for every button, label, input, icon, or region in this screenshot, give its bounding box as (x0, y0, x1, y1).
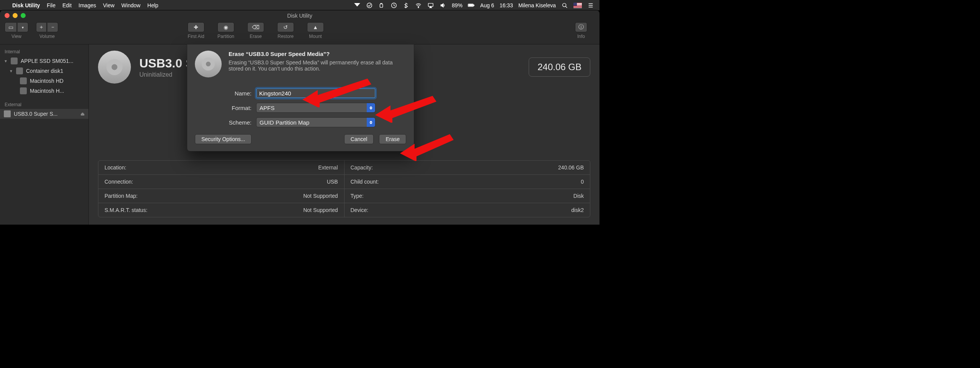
container-icon (16, 67, 23, 74)
notification-icon[interactable] (354, 2, 361, 9)
svg-point-3 (418, 7, 419, 8)
disk-title: USB3.0 S (139, 56, 194, 71)
disclosure-triangle-icon[interactable]: ▼ (4, 59, 8, 63)
notification-center-icon[interactable] (587, 2, 594, 9)
restore-button[interactable]: ↺ (277, 22, 294, 32)
svg-rect-7 (469, 4, 473, 6)
window-title: Disk Utility (0, 13, 599, 19)
window-close-button[interactable] (5, 13, 10, 18)
airplay-icon[interactable] (427, 2, 434, 9)
first-aid-label: First Aid (188, 34, 204, 39)
view-options-button[interactable]: ▾ (18, 22, 28, 32)
security-options-button[interactable]: Security Options... (195, 134, 252, 144)
battery-icon[interactable] (468, 2, 475, 9)
sidebar: Internal ▼ APPLE SSD SM051... ▼ Containe… (0, 44, 89, 225)
erase-confirm-button[interactable]: Erase (379, 134, 406, 144)
menu-images[interactable]: Images (78, 2, 96, 8)
info-value: 240.06 GB (558, 164, 584, 171)
app-name[interactable]: Disk Utility (12, 2, 40, 8)
menubar-user[interactable]: Milena Kiseleva (518, 2, 556, 8)
volume-icon[interactable] (439, 2, 446, 9)
add-volume-button[interactable]: ＋ (36, 22, 47, 32)
disk-large-icon (98, 51, 131, 84)
capacity-pill: 240.06 GB (529, 58, 590, 77)
sidebar-item-label: Macintosh HD (30, 78, 64, 84)
info-value: USB (327, 179, 338, 185)
sidebar-item-label: APPLE SSD SM051... (21, 58, 74, 64)
disclosure-triangle-icon[interactable]: ▼ (9, 69, 13, 73)
battery-percent[interactable]: 89% (452, 2, 462, 8)
svg-rect-6 (474, 5, 474, 6)
scheme-select[interactable]: GUID Partition Map (256, 117, 376, 127)
sidebar-item-macintosh-hd[interactable]: Macintosh HD (0, 76, 88, 86)
info-button[interactable]: ⓘ (575, 22, 587, 32)
window-titlebar: Disk Utility (0, 10, 599, 21)
info-label: Info (577, 34, 585, 39)
cancel-button[interactable]: Cancel (344, 134, 374, 144)
internal-disk-icon (11, 58, 18, 64)
eject-icon[interactable]: ⏏ (80, 111, 85, 117)
sidebar-item-label: Macintosh H... (30, 88, 64, 94)
erase-disk-icon (195, 51, 222, 77)
macos-menubar: Disk Utility File Edit Images View Windo… (0, 0, 599, 10)
menubar-status-area: 89% Aug 6 16:33 Milena Kiseleva (354, 2, 599, 9)
power-icon[interactable] (378, 2, 385, 9)
partition-label: Partition (217, 34, 234, 39)
window-zoom-button[interactable] (21, 13, 26, 18)
input-source-flag-icon[interactable] (573, 3, 582, 8)
avast-icon[interactable] (366, 2, 373, 9)
sidebar-toggle-button[interactable]: ▭ (5, 22, 17, 32)
toolbar-view-label: View (11, 34, 21, 39)
name-field[interactable] (256, 88, 376, 98)
menubar-time[interactable]: 16:33 (500, 2, 513, 8)
erase-sheet-description: Erasing “USB3.0 Super Speed Media” will … (229, 59, 401, 72)
toolbar-view-group: ▭ ▾ View (5, 22, 28, 39)
toolbar-center: ✚First Aid ◉Partition ⌫Erase ↺Restore ▲M… (188, 22, 332, 39)
window-traffic-lights (5, 13, 26, 18)
chevron-updown-icon (367, 103, 375, 112)
erase-sheet: Erase “USB3.0 Super Speed Media”? Erasin… (187, 44, 414, 151)
restore-label: Restore (278, 34, 294, 39)
erase-button[interactable]: ⌫ (247, 22, 264, 32)
bluetooth-icon[interactable] (403, 2, 410, 9)
info-key: Capacity: (351, 164, 373, 171)
disk-info-left: Location:External Connection:USB Partiti… (98, 161, 345, 217)
menu-help[interactable]: Help (147, 2, 158, 8)
info-key: Location: (105, 164, 126, 171)
partition-button[interactable]: ◉ (217, 22, 234, 32)
menu-file[interactable]: File (47, 2, 56, 8)
format-field-label: Format: (195, 105, 256, 111)
spotlight-icon[interactable] (561, 2, 568, 9)
timemachine-icon[interactable] (390, 2, 397, 9)
first-aid-button[interactable]: ✚ (188, 22, 204, 32)
volume-icon (20, 87, 27, 94)
svg-point-8 (563, 3, 566, 7)
info-value: disk2 (571, 207, 584, 213)
sidebar-item-macintosh-hd-data[interactable]: Macintosh H... (0, 86, 88, 96)
sidebar-item-apple-ssd[interactable]: ▼ APPLE SSD SM051... (0, 56, 88, 66)
erase-form: Name: Format: APFS Scheme: GUID Partitio… (195, 88, 406, 127)
format-select[interactable]: APFS (256, 103, 376, 113)
toolbar-info-group: ⓘ Info (575, 22, 587, 39)
remove-volume-button[interactable]: － (47, 22, 58, 32)
sidebar-item-usb3-super-speed[interactable]: USB3.0 Super S... ⏏ (0, 109, 88, 119)
info-value: External (318, 164, 338, 171)
menu-view[interactable]: View (103, 2, 114, 8)
mount-label: Mount (309, 34, 322, 39)
svg-rect-1 (380, 4, 383, 7)
svg-point-0 (367, 3, 372, 8)
mount-button[interactable]: ▲ (307, 22, 324, 32)
toolbar: ▭ ▾ View ＋ － Volume ✚First Aid ◉Partitio… (0, 21, 599, 44)
info-key: Partition Map: (105, 193, 137, 199)
window-minimize-button[interactable] (13, 13, 18, 18)
info-key: Type: (351, 193, 364, 199)
menu-edit[interactable]: Edit (62, 2, 72, 8)
sidebar-item-container-disk1[interactable]: ▼ Container disk1 (0, 66, 88, 76)
wifi-icon[interactable] (415, 2, 422, 9)
external-disk-icon (4, 110, 11, 117)
info-value: Disk (573, 193, 584, 199)
info-value: Not Supported (303, 193, 338, 199)
menubar-date[interactable]: Aug 6 (480, 2, 494, 8)
menu-window[interactable]: Window (121, 2, 140, 8)
erase-label: Erase (250, 34, 261, 39)
